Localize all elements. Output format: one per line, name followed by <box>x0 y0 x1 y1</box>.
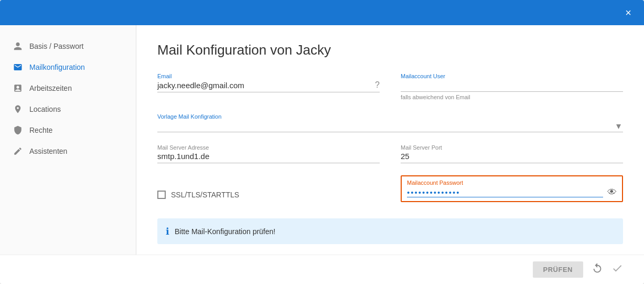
info-banner: ℹ Bitte Mail-Konfiguration prüfen! <box>157 218 623 244</box>
ssl-field: SSL/TLS/STARTTLS <box>157 175 380 214</box>
arbeitszeiten-icon <box>13 83 23 93</box>
page-title: Mail Konfiguration von Jacky <box>157 42 623 58</box>
mailaccount-user-label: Mailaccount User <box>401 73 623 79</box>
server-port-input[interactable] <box>401 152 623 163</box>
sidebar-item-mailkonfiguration[interactable]: Mailkonfiguration <box>0 57 136 78</box>
password-input[interactable] <box>407 188 603 197</box>
email-field-row: jacky.needle@gmail.com ? <box>157 80 380 92</box>
sidebar-item-locations[interactable]: Locations <box>0 99 136 120</box>
sidebar: Basis / Passwort Mailkonfiguration Arbei… <box>0 25 136 255</box>
dialog: × Basis / Passwort Mailkonfiguration <box>0 0 644 284</box>
sidebar-item-basis-label: Basis / Passwort <box>29 42 83 50</box>
vorlage-row: Vorlage Mail Konfigration ▾ <box>157 113 623 134</box>
dialog-footer: PRÜFEN <box>0 255 644 284</box>
form-grid: Email jacky.needle@gmail.com ? Mailaccou… <box>157 73 623 244</box>
email-label: Email <box>157 73 380 79</box>
sidebar-item-mail-label: Mailkonfiguration <box>29 63 85 71</box>
server-port-field: Mail Server Port <box>401 144 623 165</box>
eye-icon[interactable]: 👁 <box>607 187 617 198</box>
sidebar-item-assistenten-label: Assistenten <box>29 147 67 155</box>
server-port-label: Mail Server Port <box>401 144 623 151</box>
location-icon <box>13 104 23 114</box>
email-value: jacky.needle@gmail.com <box>157 81 371 90</box>
server-address-label: Mail Server Adresse <box>157 144 380 151</box>
dialog-body: Basis / Passwort Mailkonfiguration Arbei… <box>0 25 644 255</box>
check-icon[interactable] <box>611 262 623 277</box>
server-address-input[interactable] <box>157 152 380 163</box>
main-content: Mail Konfiguration von Jacky Email jacky… <box>136 25 644 255</box>
info-text: Bitte Mail-Konfiguration prüfen! <box>175 227 275 236</box>
password-field-wrapper-container: Mailaccount Passwort 👁 <box>401 175 623 204</box>
mail-icon <box>13 62 23 72</box>
ssl-checkbox[interactable] <box>157 191 166 199</box>
pruefen-button[interactable]: PRÜFEN <box>533 261 583 278</box>
shield-icon <box>13 125 23 135</box>
sidebar-item-basis[interactable]: Basis / Passwort <box>0 36 136 57</box>
mailaccount-user-input[interactable] <box>401 80 623 92</box>
dialog-header: × <box>0 0 644 25</box>
info-icon: ℹ <box>166 226 169 237</box>
close-button[interactable]: × <box>621 5 636 20</box>
vorlage-select[interactable] <box>157 121 623 132</box>
vorlage-label: Vorlage Mail Konfigration <box>157 113 623 120</box>
ssl-label: SSL/TLS/STARTTLS <box>171 191 239 199</box>
reset-icon[interactable] <box>592 262 603 277</box>
sidebar-item-arbeitszeiten-label: Arbeitszeiten <box>29 84 72 92</box>
sidebar-item-locations-label: Locations <box>29 105 61 113</box>
server-address-field: Mail Server Adresse <box>157 144 380 165</box>
user-icon <box>13 41 23 51</box>
password-label: Mailaccount Passwort <box>407 180 617 186</box>
mailaccount-user-field: Mailaccount User falls abweichend von Em… <box>401 73 623 103</box>
help-icon[interactable]: ? <box>375 80 380 90</box>
sidebar-item-assistenten[interactable]: Assistenten <box>0 141 136 162</box>
sidebar-item-arbeitszeiten[interactable]: Arbeitszeiten <box>0 78 136 99</box>
password-field-wrapper: Mailaccount Passwort 👁 <box>401 175 623 202</box>
sidebar-item-rechte-label: Rechte <box>29 126 52 134</box>
password-input-row: 👁 <box>407 187 617 198</box>
sidebar-item-rechte[interactable]: Rechte <box>0 120 136 141</box>
pencil-icon <box>13 146 23 156</box>
email-field: Email jacky.needle@gmail.com ? <box>157 73 380 103</box>
mailaccount-user-hint: falls abweichend von Email <box>401 94 470 100</box>
